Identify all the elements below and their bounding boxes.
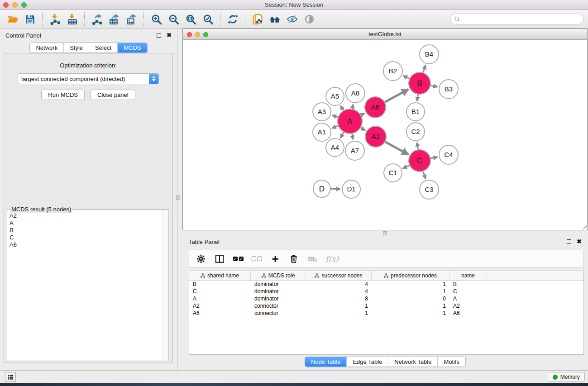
graph-edge-A-A3[interactable] — [332, 115, 338, 117]
close-table-panel-icon[interactable]: ✖ — [577, 239, 582, 244]
network-close-button[interactable] — [187, 32, 192, 37]
graph-node-A3[interactable]: A3 — [313, 103, 331, 121]
graph-node-A5[interactable]: A5 — [326, 87, 344, 105]
search-input[interactable] — [463, 16, 580, 22]
mcds-result-item[interactable]: A2 — [10, 212, 160, 219]
run-mcds-button[interactable]: Run MCDS — [41, 90, 85, 100]
graph-node-A4[interactable]: A4 — [326, 138, 344, 157]
graph-node-D[interactable]: D — [313, 180, 330, 197]
home-button[interactable] — [266, 12, 283, 26]
close-panel-icon[interactable]: ✖ — [167, 33, 172, 38]
table-row[interactable]: Adominator80A — [189, 295, 583, 302]
graph-node-B1[interactable]: B1 — [406, 103, 425, 121]
hide-graphics-details-button[interactable] — [283, 12, 301, 26]
result-scrollbar[interactable] — [163, 210, 168, 361]
column-header-name[interactable]: name — [449, 271, 487, 280]
graph-node-A[interactable]: A — [338, 109, 362, 133]
graph-edge-A6-B[interactable] — [385, 89, 408, 102]
graph-edge-A-A7[interactable] — [352, 134, 353, 140]
graph-node-C2[interactable]: C2 — [406, 123, 425, 141]
network-window-titlebar[interactable]: testGlobe.txt — [183, 29, 587, 40]
graph-edge-A-A6[interactable] — [361, 113, 364, 115]
mcds-result-item[interactable]: C — [10, 234, 160, 241]
graph-node-D1[interactable]: D1 — [342, 180, 360, 198]
graph-edge-A2-C[interactable] — [385, 142, 408, 155]
split-view-button[interactable] — [214, 253, 225, 264]
memory-button[interactable]: Memory — [548, 372, 585, 382]
graph-edge-A-A1[interactable] — [332, 126, 338, 128]
graph-node-A6[interactable]: A6 — [365, 97, 386, 118]
zoom-window-button[interactable] — [21, 2, 27, 8]
graph-edge-B-B1[interactable] — [417, 95, 418, 101]
float-panel-icon[interactable] — [157, 33, 161, 38]
show-graphics-details-button[interactable] — [301, 12, 318, 26]
zoom-fit-button[interactable] — [182, 12, 199, 26]
network-minimize-button[interactable] — [195, 32, 200, 37]
copy-network-view-button[interactable] — [249, 12, 266, 26]
tab-edge-table[interactable]: Edge Table — [346, 357, 388, 367]
export-image-button[interactable] — [123, 12, 140, 26]
column-header-MCDS-role[interactable]: MCDS role — [251, 271, 306, 280]
mcds-result-item[interactable]: B — [10, 227, 160, 234]
zoom-selected-button[interactable] — [199, 12, 216, 26]
graph-edge-C-C2[interactable] — [417, 143, 418, 149]
graph-node-A7[interactable]: A7 — [345, 141, 364, 160]
export-table-button[interactable] — [105, 12, 123, 26]
table-row[interactable]: A6connector11A6 — [189, 310, 583, 317]
network-canvas[interactable]: AA6A2BCA5A8A3A1A4A7B2B4B3B1C2C1C4C3DD1 — [183, 40, 587, 230]
column-header-shared-name[interactable]: shared name — [189, 271, 251, 280]
table-settings-button[interactable] — [196, 253, 206, 264]
graph-node-C4[interactable]: C4 — [439, 145, 458, 164]
graph-edge-A-A4[interactable] — [340, 132, 344, 138]
add-column-button[interactable]: + — [270, 253, 281, 264]
graph-node-B2[interactable]: B2 — [383, 62, 402, 81]
delete-column-button[interactable] — [288, 253, 299, 264]
graph-node-B[interactable]: B — [409, 72, 430, 94]
search-field[interactable] — [450, 14, 584, 24]
criterion-dropdown[interactable]: largest connected component (directed) — [18, 73, 159, 84]
graph-edge-B-B3[interactable] — [430, 86, 437, 87]
graph-edge-B-B2[interactable] — [403, 76, 410, 78]
graph-node-C[interactable]: C — [409, 150, 430, 172]
graph-node-B3[interactable]: B3 — [439, 80, 458, 99]
show-panels-list-button[interactable] — [5, 372, 16, 382]
tab-mcds[interactable]: MCDS — [117, 43, 147, 52]
close-panel-button[interactable]: Close panel — [91, 90, 135, 100]
graph-edge-A-A8[interactable] — [352, 105, 353, 109]
mcds-result-item[interactable]: A — [10, 219, 160, 227]
tab-motifs[interactable]: Motifs — [437, 357, 465, 367]
vertical-splitter-handle[interactable] — [176, 195, 180, 200]
delete-table-button[interactable] — [307, 253, 318, 264]
column-header-successor-nodes[interactable]: successor nodes — [306, 271, 372, 280]
mcds-result-item[interactable]: A6 — [10, 241, 160, 248]
tab-network[interactable]: Network — [30, 43, 63, 52]
table-row[interactable]: Bdominator41B — [189, 281, 583, 288]
graph-node-A1[interactable]: A1 — [313, 123, 331, 141]
export-network-button[interactable] — [88, 12, 105, 26]
import-network-button[interactable] — [46, 12, 63, 26]
graph-edge-B-B4[interactable] — [423, 65, 425, 72]
select-all-columns-button[interactable]: ✓ ✓ — [233, 253, 244, 264]
save-session-button[interactable] — [21, 12, 38, 26]
graph-edge-A-A2[interactable] — [361, 128, 365, 130]
graph-edge-C-C4[interactable] — [430, 157, 437, 158]
refresh-view-button[interactable] — [224, 12, 241, 26]
zoom-out-button[interactable] — [165, 12, 182, 26]
graph-edge-C-C3[interactable] — [423, 172, 425, 179]
graph-node-C3[interactable]: C3 — [420, 180, 439, 199]
graph-node-A2[interactable]: A2 — [365, 126, 386, 147]
float-table-panel-icon[interactable] — [567, 239, 571, 244]
deselect-all-columns-button[interactable] — [251, 253, 262, 264]
function-builder-button[interactable]: f(x) — [325, 253, 339, 264]
import-table-button[interactable] — [63, 12, 81, 26]
minimize-window-button[interactable] — [12, 2, 18, 8]
graph-node-A8[interactable]: A8 — [346, 84, 365, 103]
graph-node-C1[interactable]: C1 — [384, 164, 402, 182]
open-session-button[interactable] — [4, 12, 21, 26]
horizontal-splitter-handle[interactable] — [383, 231, 387, 235]
column-header-predecessor-nodes[interactable]: predecessor nodes — [372, 271, 449, 280]
tab-node-table[interactable]: Node Table — [305, 357, 347, 367]
close-window-button[interactable] — [3, 2, 9, 8]
graph-node-B4[interactable]: B4 — [420, 45, 439, 64]
tab-network-table[interactable]: Network Table — [388, 357, 437, 367]
